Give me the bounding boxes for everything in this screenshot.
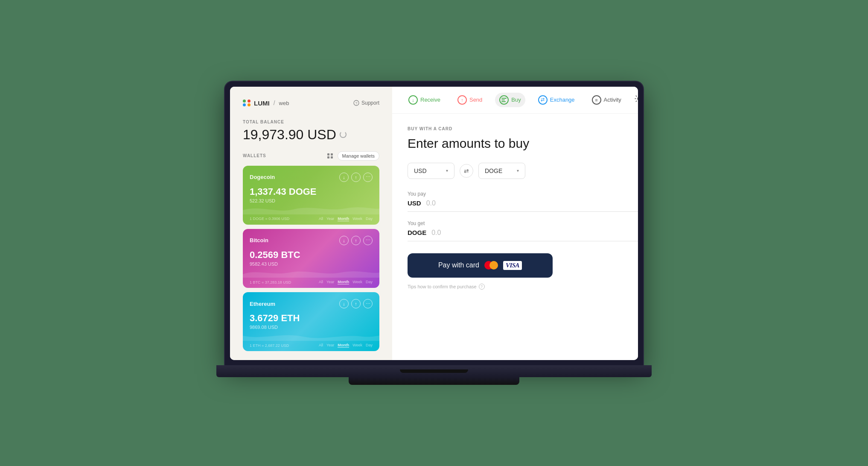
you-pay-currency: USD — [408, 199, 421, 207]
section-label: BUY WITH A CARD — [408, 126, 638, 131]
filter-day-bitcoin[interactable]: Day — [366, 280, 373, 284]
to-currency-select[interactable]: DOGE ▾ — [478, 163, 525, 179]
support-icon: ? — [353, 100, 359, 106]
wallet-actions-dogecoin: ↓ ↑ ⋯ — [339, 173, 373, 182]
app-container: LUMI / web ? Support TOTAL BALANCE — [230, 87, 638, 360]
you-get-input[interactable] — [431, 229, 638, 237]
grid-icon[interactable] — [327, 153, 333, 158]
wallet-receive-ethereum[interactable]: ↓ — [339, 299, 349, 308]
wallet-card-ethereum: Ethereum ↓ ↑ ⋯ 3.6729 ETH 9869.08 USD — [243, 292, 379, 351]
filter-day-ethereum[interactable]: Day — [366, 343, 373, 348]
wallet-name-bitcoin: Bitcoin — [250, 237, 268, 243]
you-pay-section: You pay USD — [408, 191, 638, 212]
filter-year-dogecoin[interactable]: Year — [326, 217, 334, 221]
support-button[interactable]: ? Support — [353, 100, 379, 106]
wallet-card-bitcoin-header: Bitcoin ↓ ↑ ⋯ — [250, 236, 373, 245]
wallet-card-ethereum-header: Ethereum ↓ ↑ ⋯ — [250, 299, 373, 308]
wallet-send-dogecoin[interactable]: ↑ — [351, 173, 361, 182]
wallet-amount-ethereum: 3.6729 ETH — [250, 313, 373, 324]
wallet-more-bitcoin[interactable]: ⋯ — [363, 236, 373, 245]
time-filters-dogecoin: All Year Month Week Day — [319, 217, 373, 221]
wallet-more-ethereum[interactable]: ⋯ — [363, 299, 373, 308]
filter-month-ethereum[interactable]: Month — [338, 343, 349, 348]
logo-product: web — [279, 100, 289, 106]
wallets-label: WALLETS — [243, 153, 266, 158]
logo-dot-3 — [243, 103, 246, 106]
mastercard-icon — [484, 261, 498, 270]
wave-dogecoin — [243, 202, 379, 214]
filter-all-ethereum[interactable]: All — [319, 343, 323, 348]
filter-all-dogecoin[interactable]: All — [319, 217, 323, 221]
tips-text: Tips how to confirm the purchase ? — [408, 284, 638, 290]
logo-slash: / — [274, 100, 275, 106]
you-pay-input-row: USD — [408, 199, 638, 212]
wallet-amount-bitcoin: 0.2569 BTC — [250, 249, 373, 261]
manage-wallets-button[interactable]: Manage wallets — [338, 151, 379, 161]
filter-day-dogecoin[interactable]: Day — [366, 217, 373, 221]
laptop-screen: LUMI / web ? Support TOTAL BALANCE — [225, 82, 643, 365]
settings-button[interactable] — [634, 94, 638, 106]
you-get-label: You get — [408, 220, 638, 226]
nav-exchange-button[interactable]: ⇄ Exchange — [534, 93, 579, 107]
laptop-stand — [349, 377, 519, 385]
wave-bitcoin — [243, 265, 379, 278]
laptop-wrapper: LUMI / web ? Support TOTAL BALANCE — [216, 82, 652, 385]
visa-logo: VISA — [503, 261, 522, 270]
filter-all-bitcoin[interactable]: All — [319, 280, 323, 284]
wallets-header: WALLETS Manage wallets — [243, 151, 379, 161]
logo: LUMI / web — [243, 100, 289, 107]
wallet-rate-bitcoin: 1 BTC = 37,283.18 USD — [250, 280, 291, 284]
you-get-currency: DOGE — [408, 229, 426, 236]
mastercard-right-circle — [489, 261, 498, 270]
right-header: ↓ Receive ↑ Send Buy — [392, 87, 638, 114]
from-currency-select[interactable]: USD ▾ — [408, 163, 454, 179]
laptop-notch — [400, 369, 468, 373]
filter-week-ethereum[interactable]: Week — [352, 343, 362, 348]
page-title: Enter amounts to buy — [408, 136, 638, 151]
wallet-footer-bitcoin: 1 BTC = 37,283.18 USD All Year Month Wee… — [243, 280, 379, 288]
wallet-card-dogecoin: Dogecoin ↓ ↑ ⋯ 1,337.43 DOGE 522.32 USD — [243, 166, 379, 225]
nav-activity-button[interactable]: ≡ Activity — [588, 93, 626, 107]
send-icon: ↑ — [457, 95, 467, 105]
filter-week-dogecoin[interactable]: Week — [352, 217, 362, 221]
filter-week-bitcoin[interactable]: Week — [352, 280, 362, 284]
nav-send-button[interactable]: ↑ Send — [453, 93, 486, 107]
wallet-send-ethereum[interactable]: ↑ — [351, 299, 361, 308]
wallet-actions-bitcoin: ↓ ↑ ⋯ — [339, 236, 373, 245]
wallet-receive-dogecoin[interactable]: ↓ — [339, 173, 349, 182]
time-filters-bitcoin: All Year Month Week Day — [319, 280, 373, 284]
pay-with-card-button[interactable]: Pay with card VISA — [408, 253, 553, 278]
wallet-card-dogecoin-header: Dogecoin ↓ ↑ ⋯ — [250, 173, 373, 182]
wallet-send-bitcoin[interactable]: ↑ — [351, 236, 361, 245]
filter-month-dogecoin[interactable]: Month — [338, 217, 349, 221]
swap-button[interactable]: ⇄ — [460, 164, 473, 178]
buy-icon — [499, 95, 509, 105]
wallet-name-dogecoin: Dogecoin — [250, 174, 275, 180]
svg-rect-2 — [501, 98, 507, 99]
filter-month-bitcoin[interactable]: Month — [338, 280, 349, 284]
logo-dot-1 — [243, 100, 246, 103]
right-panel: ↓ Receive ↑ Send Buy — [392, 87, 638, 360]
exchange-icon: ⇄ — [538, 95, 548, 105]
filter-year-bitcoin[interactable]: Year — [326, 280, 334, 284]
nav-buy-button[interactable]: Buy — [495, 93, 525, 107]
you-pay-input[interactable] — [426, 199, 638, 207]
tips-icon: ? — [479, 284, 485, 290]
total-balance-value: 19,973.90 USD — [243, 127, 379, 143]
wallets-controls: Manage wallets — [327, 151, 379, 161]
wallet-footer-ethereum: 1 ETH = 2,687.22 USD All Year Month Week… — [243, 343, 379, 351]
nav-receive-button[interactable]: ↓ Receive — [404, 93, 445, 107]
refresh-icon[interactable] — [340, 131, 347, 138]
wallet-footer-dogecoin: 1 DOGE = 0.3906 USD All Year Month Week … — [243, 217, 379, 225]
filter-year-ethereum[interactable]: Year — [326, 343, 334, 348]
wallet-name-ethereum: Ethereum — [250, 301, 275, 307]
svg-rect-3 — [501, 100, 505, 100]
wallet-receive-bitcoin[interactable]: ↓ — [339, 236, 349, 245]
wave-ethereum — [243, 328, 379, 341]
wallet-amount-dogecoin: 1,337.43 DOGE — [250, 186, 373, 197]
activity-icon: ≡ — [592, 95, 601, 105]
receive-icon: ↓ — [408, 95, 418, 105]
logo-dot-4 — [248, 103, 250, 106]
left-panel: LUMI / web ? Support TOTAL BALANCE — [230, 87, 392, 360]
wallet-more-dogecoin[interactable]: ⋯ — [363, 173, 373, 182]
